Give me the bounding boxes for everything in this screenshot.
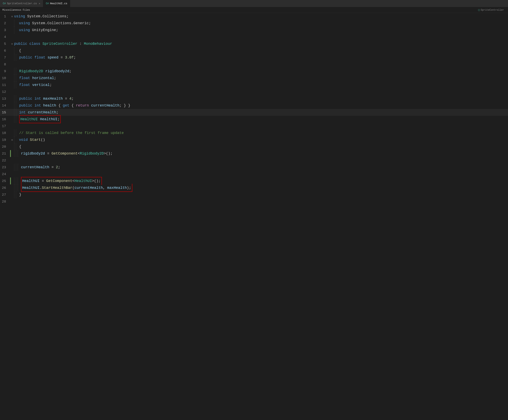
change-bar-21	[10, 150, 11, 157]
code-17	[14, 123, 508, 129]
collapse-1[interactable]: ⊟	[12, 15, 13, 18]
indent-guide-6	[14, 47, 14, 54]
line-8: 8	[0, 61, 508, 68]
code-16: HealthUI HealthUI;	[19, 115, 508, 123]
line-24: 24	[0, 171, 508, 178]
indent-guide-9a	[14, 68, 14, 75]
line-num-14: 14	[0, 104, 10, 107]
indent-guide-26a	[14, 184, 14, 191]
top-right-label: ⬡ SpriteController	[478, 7, 504, 13]
code-14: public int health { get { return current…	[19, 102, 508, 109]
line-num-22: 22	[0, 158, 10, 162]
indent-guide-15a	[14, 109, 14, 116]
code-9: Rigidbody2D rigidbody2d;	[19, 68, 508, 75]
breadcrumb-bar: Miscellaneous Files ⬡ SpriteController	[0, 7, 508, 13]
code-22	[14, 157, 508, 164]
line-num-19: 19	[0, 138, 10, 142]
line-num-11: 11	[0, 83, 10, 87]
tab-label-sprite: SpriteController.cs	[7, 2, 37, 5]
line-21: 21 rigidbody2d = GetComponent<Rigidbody2…	[0, 150, 508, 157]
line-27: 27 }	[0, 191, 508, 198]
indent-guide-13a	[14, 95, 14, 102]
line-28: 28	[0, 198, 508, 205]
line-5: 5 ⊟ public class SpriteController : Mono…	[0, 40, 508, 47]
tab-close-sprite[interactable]: ✕	[39, 2, 40, 5]
line-num-10: 10	[0, 76, 10, 80]
line-9: 9 Rigidbody2D rigidbody2d;	[0, 68, 508, 75]
code-2: using System.Collections.Generic;	[19, 20, 508, 27]
editor-area: 1 ⊟ using System.Collections; 2 using Sy…	[0, 13, 508, 420]
indent-guide-16b	[16, 116, 16, 123]
line-num-24: 24	[0, 172, 10, 176]
tab-healthui[interactable]: C# HealthUI.cs	[43, 0, 70, 7]
change-bar-25	[10, 178, 11, 184]
line-num-28: 28	[0, 200, 10, 203]
line-11: 11 float vertical;	[0, 82, 508, 88]
line-18: 18 // Start is called before the first f…	[0, 129, 508, 136]
line-num-7: 7	[0, 56, 10, 60]
class-icon: ⬡	[478, 9, 480, 12]
line-num-25: 25	[0, 179, 10, 183]
indent-guide-25a	[14, 178, 14, 184]
code-26: HealthUI.StartHealthBar(currentHealth, m…	[21, 184, 508, 192]
line-num-23: 23	[0, 165, 10, 169]
line-15: 15 int currentHealth;	[0, 109, 508, 116]
line-26: 26 HealthUI.StartHealthBar(currentHealth…	[0, 184, 508, 191]
line-num-2: 2	[0, 21, 10, 25]
line-22: 22	[0, 157, 508, 164]
indent-guide-3	[14, 27, 14, 33]
indent-guide-7b	[16, 54, 16, 61]
indent-guide-18b	[16, 129, 16, 136]
indent-guide-9b	[16, 68, 16, 75]
line-3: 3 using UnityEngine;	[0, 27, 508, 33]
line-num-12: 12	[0, 90, 10, 94]
tab-sprite-controller[interactable]: C# SpriteController.cs ✕	[0, 0, 43, 7]
line-2: 2 using System.Collections.Generic;	[0, 20, 508, 27]
line-num-3: 3	[0, 28, 10, 32]
line-num-1: 1	[0, 15, 10, 18]
line-1: 1 ⊟ using System.Collections;	[0, 13, 508, 20]
top-right-text: SpriteController	[481, 9, 504, 12]
indent-guide-21a	[14, 150, 14, 157]
line-23: 23 currentHealth = 2;	[0, 164, 508, 171]
indent-guide-27a	[14, 191, 14, 198]
collapse-5[interactable]: ⊟	[12, 43, 13, 45]
code-23: currentHealth = 2;	[21, 164, 508, 171]
line-4: 4	[0, 33, 508, 40]
line-19: 19 ⊟ void Start()	[0, 136, 508, 143]
indent-guide-23a	[14, 164, 14, 171]
indent-guide-13b	[16, 95, 16, 102]
code-11: float vertical;	[19, 82, 508, 88]
indent-guide-26c	[18, 184, 18, 191]
indent-guide-23c	[18, 164, 18, 171]
cs-icon-2: C#	[46, 2, 49, 5]
code-editor[interactable]: 1 ⊟ using System.Collections; 2 using Sy…	[0, 13, 508, 420]
code-7: public float speed = 3.0f;	[19, 54, 508, 61]
line-7: 7 public float speed = 3.0f;	[0, 54, 508, 61]
line-num-21: 21	[0, 152, 10, 156]
code-4	[14, 33, 508, 40]
indent-guide-14b	[16, 102, 16, 109]
title-bar: C# SpriteController.cs ✕ C# HealthUI.cs	[0, 0, 508, 7]
line-10: 10 float horizontal;	[0, 75, 508, 82]
line-num-17: 17	[0, 124, 10, 128]
line-13: 13 public int maxHealth = 4;	[0, 95, 508, 102]
code-19: void Start()	[19, 136, 508, 143]
code-18: // Start is called before the first fram…	[19, 129, 508, 136]
code-24	[14, 171, 508, 178]
line-num-4: 4	[0, 35, 10, 39]
highlighted-box-26: HealthUI.StartHealthBar(currentHealth, m…	[21, 184, 132, 192]
indent-guide-20b	[16, 143, 16, 150]
line-num-13: 13	[0, 97, 10, 101]
line-14: 14 public int health { get { return curr…	[0, 102, 508, 109]
breadcrumb-text: Miscellaneous Files	[2, 9, 30, 12]
indent-guide-14a	[14, 102, 14, 109]
indent-guide-26b	[16, 184, 16, 191]
indent-guide-10b	[16, 75, 16, 82]
code-3: using UnityEngine;	[19, 27, 508, 33]
indent-guide-16a	[14, 116, 14, 123]
code-27: }	[19, 191, 508, 198]
code-6: {	[19, 47, 508, 54]
code-1: using System.Collections;	[14, 13, 508, 20]
collapse-19[interactable]: ⊟	[12, 139, 13, 141]
